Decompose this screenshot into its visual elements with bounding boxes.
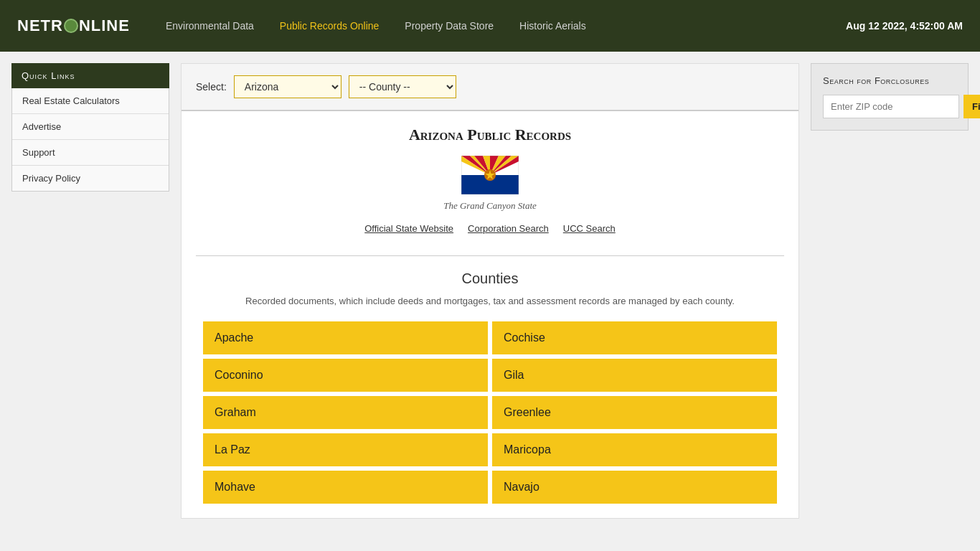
list-item: Support xyxy=(12,140,169,166)
corporation-search-link[interactable]: Corporation Search xyxy=(468,223,549,234)
main-content: Select: Arizona -- County -- Arizona Pub… xyxy=(181,63,799,519)
nav-historic-aerials[interactable]: Historic Aerials xyxy=(507,20,599,32)
main-nav: Environmental Data Public Records Online… xyxy=(153,20,846,32)
quick-links-header: Quick Links xyxy=(11,63,169,88)
advertise-link[interactable]: Advertise xyxy=(12,114,169,139)
select-label: Select: xyxy=(196,81,227,93)
header: NETRNLINE Environmental Data Public Reco… xyxy=(0,0,980,52)
quick-links-list: Real Estate Calculators Advertise Suppor… xyxy=(11,88,169,192)
county-greenlee[interactable]: Greenlee xyxy=(492,396,777,429)
state-title: Arizona Public Records xyxy=(203,126,777,144)
right-sidebar: Search for Forclosures Find! xyxy=(811,63,969,519)
privacy-policy-link[interactable]: Privacy Policy xyxy=(12,166,169,191)
state-flag xyxy=(461,156,519,194)
county-cochise[interactable]: Cochise xyxy=(492,321,777,354)
state-section: Arizona Public Records xyxy=(182,111,798,255)
county-mohave[interactable]: Mohave xyxy=(203,471,488,504)
support-link[interactable]: Support xyxy=(12,140,169,165)
select-bar: Select: Arizona -- County -- xyxy=(182,64,798,111)
foreclosure-title: Search for Forclosures xyxy=(823,75,956,86)
counties-description: Recorded documents, which include deeds … xyxy=(203,294,777,309)
counties-grid: Apache Cochise Coconino Gila Graham Gree… xyxy=(203,321,777,504)
county-gila[interactable]: Gila xyxy=(492,359,777,392)
official-state-website-link[interactable]: Official State Website xyxy=(364,223,453,234)
list-item: Real Estate Calculators xyxy=(12,88,169,114)
counties-section: Counties Recorded documents, which inclu… xyxy=(182,256,798,518)
county-apache[interactable]: Apache xyxy=(203,321,488,354)
list-item: Privacy Policy xyxy=(12,166,169,191)
zip-code-input[interactable] xyxy=(823,95,959,118)
real-estate-calculators-link[interactable]: Real Estate Calculators xyxy=(12,88,169,113)
left-sidebar: Quick Links Real Estate Calculators Adve… xyxy=(11,63,169,519)
list-item: Advertise xyxy=(12,114,169,140)
state-nickname: The Grand Canyon State xyxy=(203,200,777,212)
county-navajo[interactable]: Navajo xyxy=(492,471,777,504)
county-graham[interactable]: Graham xyxy=(203,396,488,429)
county-la-paz[interactable]: La Paz xyxy=(203,433,488,466)
foreclosure-box: Search for Forclosures Find! xyxy=(811,63,969,131)
county-maricopa[interactable]: Maricopa xyxy=(492,433,777,466)
logo: NETRNLINE xyxy=(17,17,130,35)
state-select[interactable]: Arizona xyxy=(234,75,341,98)
page-body: Quick Links Real Estate Calculators Adve… xyxy=(0,52,980,519)
ucc-search-link[interactable]: UCC Search xyxy=(563,223,616,234)
foreclosure-input-row: Find! xyxy=(823,95,956,118)
datetime-display: Aug 12 2022, 4:52:00 AM xyxy=(846,20,963,32)
nav-environmental-data[interactable]: Environmental Data xyxy=(153,20,267,32)
globe-icon xyxy=(64,19,78,33)
nav-public-records[interactable]: Public Records Online xyxy=(267,20,392,32)
state-links: Official State Website Corporation Searc… xyxy=(203,223,777,234)
counties-title: Counties xyxy=(203,270,777,287)
find-button[interactable]: Find! xyxy=(963,95,980,118)
county-select[interactable]: -- County -- xyxy=(349,75,456,98)
nav-property-data-store[interactable]: Property Data Store xyxy=(392,20,507,32)
county-coconino[interactable]: Coconino xyxy=(203,359,488,392)
